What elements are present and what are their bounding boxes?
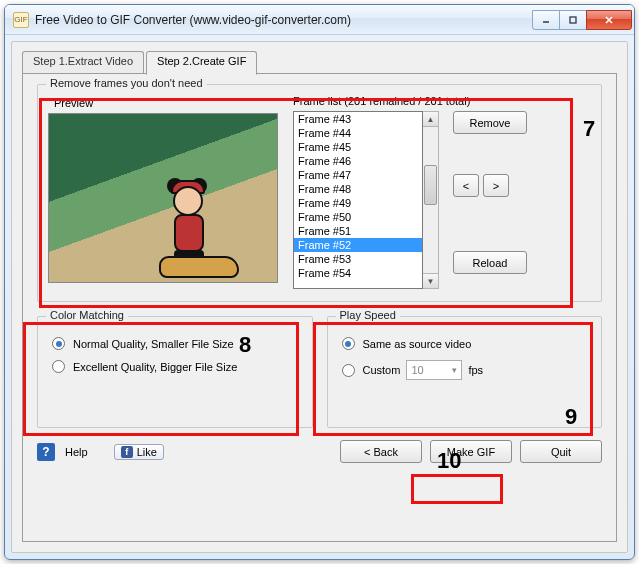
scroll-up-button[interactable]: ▲ bbox=[423, 112, 438, 127]
minimize-button[interactable] bbox=[532, 10, 560, 30]
tab-pane-step2: Remove frames you don't need Preview bbox=[22, 73, 617, 542]
bottom-bar: ? Help f Like < Back Make GIF Quit bbox=[37, 440, 602, 463]
window-controls bbox=[533, 10, 632, 30]
group-color-title: Color Matching bbox=[46, 309, 128, 321]
radio-custom-label: Custom bbox=[363, 364, 401, 376]
back-button[interactable]: < Back bbox=[340, 440, 422, 463]
framelist-label: Frame list (201 remained / 201 total) bbox=[293, 95, 591, 107]
radio-icon bbox=[52, 360, 65, 373]
list-item[interactable]: Frame #51 bbox=[294, 224, 422, 238]
cartoon-dog-icon bbox=[159, 256, 239, 278]
app-window: GIF Free Video to GIF Converter (www.vid… bbox=[4, 4, 635, 560]
preview-label: Preview bbox=[54, 97, 283, 109]
radio-excellent-quality[interactable]: Excellent Quality, Bigger File Size bbox=[52, 360, 298, 373]
radio-normal-quality[interactable]: Normal Quality, Smaller File Size bbox=[52, 337, 298, 350]
preview-image bbox=[48, 113, 278, 283]
client-area: Step 1.Extract Video Step 2.Create GIF R… bbox=[11, 41, 628, 553]
list-item[interactable]: Frame #45 bbox=[294, 140, 422, 154]
list-item[interactable]: Frame #53 bbox=[294, 252, 422, 266]
svg-rect-1 bbox=[570, 17, 576, 23]
fps-combobox[interactable]: 10 bbox=[406, 360, 462, 380]
annotation-label-9: 9 bbox=[565, 404, 577, 430]
list-item[interactable]: Frame #43 bbox=[294, 112, 422, 126]
radio-icon bbox=[342, 337, 355, 350]
list-item[interactable]: Frame #49 bbox=[294, 196, 422, 210]
facebook-like-button[interactable]: f Like bbox=[114, 444, 164, 460]
next-frame-button[interactable]: > bbox=[483, 174, 509, 197]
close-button[interactable] bbox=[586, 10, 632, 30]
scroll-track[interactable] bbox=[423, 127, 438, 273]
like-label: Like bbox=[137, 446, 157, 458]
window-title: Free Video to GIF Converter (www.video-g… bbox=[35, 13, 533, 27]
radio-same-label: Same as source video bbox=[363, 338, 472, 350]
radio-icon bbox=[52, 337, 65, 350]
group-speed-title: Play Speed bbox=[336, 309, 400, 321]
radio-excellent-label: Excellent Quality, Bigger File Size bbox=[73, 361, 237, 373]
fps-unit-label: fps bbox=[468, 364, 483, 376]
titlebar: GIF Free Video to GIF Converter (www.vid… bbox=[5, 5, 634, 35]
group-remove-frames: Remove frames you don't need Preview bbox=[37, 84, 602, 302]
group-remove-frames-title: Remove frames you don't need bbox=[46, 77, 207, 89]
list-item[interactable]: Frame #47 bbox=[294, 168, 422, 182]
annotation-label-8: 8 bbox=[239, 332, 251, 358]
radio-same-speed[interactable]: Same as source video bbox=[342, 337, 588, 350]
help-link[interactable]: Help bbox=[65, 446, 88, 458]
quit-button[interactable]: Quit bbox=[520, 440, 602, 463]
radio-custom-speed[interactable]: Custom 10 fps bbox=[342, 360, 588, 380]
list-item[interactable]: Frame #50 bbox=[294, 210, 422, 224]
radio-icon bbox=[342, 364, 355, 377]
tab-step2[interactable]: Step 2.Create GIF bbox=[146, 51, 257, 75]
group-play-speed: Play Speed Same as source video Custom 1… bbox=[327, 316, 603, 428]
scroll-thumb[interactable] bbox=[424, 165, 437, 205]
list-item[interactable]: Frame #44 bbox=[294, 126, 422, 140]
maximize-button[interactable] bbox=[559, 10, 587, 30]
tab-step1[interactable]: Step 1.Extract Video bbox=[22, 51, 144, 75]
facebook-icon: f bbox=[121, 446, 133, 458]
tab-strip: Step 1.Extract Video Step 2.Create GIF bbox=[22, 50, 617, 74]
radio-normal-label: Normal Quality, Smaller File Size bbox=[73, 338, 234, 350]
group-color-matching: Color Matching Normal Quality, Smaller F… bbox=[37, 316, 313, 428]
list-item[interactable]: Frame #46 bbox=[294, 154, 422, 168]
list-item[interactable]: Frame #48 bbox=[294, 182, 422, 196]
annotation-label-7: 7 bbox=[583, 116, 595, 142]
scroll-down-button[interactable]: ▼ bbox=[423, 273, 438, 288]
annotation-label-10: 10 bbox=[437, 448, 461, 474]
list-item[interactable]: Frame #52 bbox=[294, 238, 422, 252]
reload-button[interactable]: Reload bbox=[453, 251, 527, 274]
frame-listbox[interactable]: Frame #43Frame #44Frame #45Frame #46Fram… bbox=[293, 111, 423, 289]
frame-list-scrollbar[interactable]: ▲ ▼ bbox=[423, 111, 439, 289]
annotation-box-10 bbox=[411, 474, 503, 504]
remove-button[interactable]: Remove bbox=[453, 111, 527, 134]
help-icon[interactable]: ? bbox=[37, 443, 55, 461]
prev-frame-button[interactable]: < bbox=[453, 174, 479, 197]
app-icon: GIF bbox=[13, 12, 29, 28]
list-item[interactable]: Frame #54 bbox=[294, 266, 422, 280]
